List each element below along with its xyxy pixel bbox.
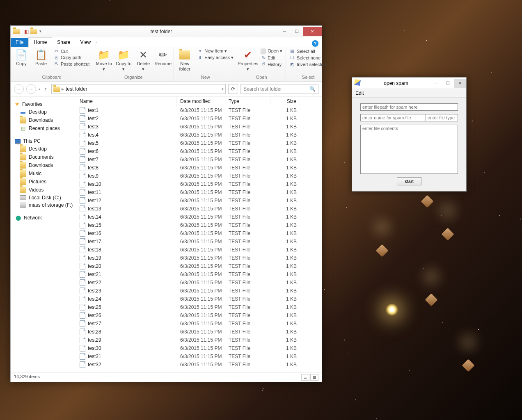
file-row[interactable]: test16/3/2015 11:15 PMTEST File1 KB: [76, 106, 322, 114]
nav-desktop2[interactable]: Desktop: [11, 145, 76, 153]
tab-share[interactable]: Share: [52, 38, 75, 47]
app-titlebar[interactable]: open spam ─ ☐ ✕: [352, 78, 466, 89]
file-row[interactable]: test176/3/2015 11:15 PMTEST File1 KB: [76, 237, 322, 246]
view-icons-button[interactable]: ▦: [310, 374, 318, 381]
address-dropdown-icon[interactable]: ▾: [222, 87, 224, 91]
nav-favorites[interactable]: ★Favorites: [11, 100, 76, 108]
filepath-input[interactable]: [360, 103, 458, 111]
file-row[interactable]: test226/3/2015 11:15 PMTEST File1 KB: [76, 278, 322, 287]
copy-path-button[interactable]: ⎘Copy path: [52, 55, 91, 60]
nav-desktop[interactable]: ▬Desktop: [11, 108, 76, 116]
copy-button[interactable]: 📄Copy: [12, 48, 30, 67]
copy-to-button[interactable]: 📁Copy to ▾: [114, 48, 133, 73]
file-row[interactable]: test186/3/2015 11:15 PMTEST File1 KB: [76, 246, 322, 254]
help-icon[interactable]: ?: [312, 40, 318, 47]
delete-button[interactable]: ✕Delete ▾: [134, 48, 152, 73]
start-button[interactable]: start: [397, 177, 421, 185]
select-all-button[interactable]: ▦Select all: [288, 48, 329, 54]
nav-music[interactable]: Music: [11, 169, 76, 178]
file-row[interactable]: test116/3/2015 11:15 PMTEST File1 KB: [76, 188, 322, 196]
select-none-button[interactable]: ☐Select none: [288, 55, 329, 61]
history-button[interactable]: ↺History: [259, 61, 284, 67]
filename-input[interactable]: [360, 114, 426, 121]
search-icon[interactable]: 🔍: [309, 86, 316, 92]
up-button[interactable]: ↑: [43, 86, 49, 92]
nav-this-pc[interactable]: This PC: [11, 137, 76, 145]
easy-access-button[interactable]: ⬇Easy access ▾: [195, 55, 235, 61]
file-row[interactable]: test196/3/2015 11:15 PMTEST File1 KB: [76, 254, 322, 262]
file-row[interactable]: test276/3/2015 11:15 PMTEST File1 KB: [76, 320, 322, 328]
file-row[interactable]: test126/3/2015 11:15 PMTEST File1 KB: [76, 196, 322, 205]
file-row[interactable]: test156/3/2015 11:15 PMTEST File1 KB: [76, 221, 322, 229]
tab-home[interactable]: Home: [28, 37, 52, 47]
file-row[interactable]: test66/3/2015 11:15 PMTEST File1 KB: [76, 147, 322, 155]
nav-downloads2[interactable]: Downloads: [11, 161, 76, 169]
file-row[interactable]: test46/3/2015 11:15 PMTEST File1 KB: [76, 131, 322, 139]
qat-newfolder-icon[interactable]: [30, 29, 37, 34]
col-name[interactable]: Name: [76, 97, 177, 106]
view-details-button[interactable]: ☰: [301, 374, 309, 381]
file-row[interactable]: test166/3/2015 11:15 PMTEST File1 KB: [76, 229, 322, 237]
file-row[interactable]: test286/3/2015 11:15 PMTEST File1 KB: [76, 328, 322, 336]
file-row[interactable]: test86/3/2015 11:15 PMTEST File1 KB: [76, 164, 322, 172]
nav-videos[interactable]: Videos: [11, 186, 76, 194]
back-button[interactable]: ←: [14, 84, 24, 94]
file-row[interactable]: test206/3/2015 11:15 PMTEST File1 KB: [76, 262, 322, 270]
nav-network[interactable]: ⬤Network: [11, 214, 76, 222]
col-type[interactable]: Type: [225, 97, 270, 106]
nav-recent[interactable]: ▤Recent places: [11, 124, 76, 132]
file-row[interactable]: test36/3/2015 11:15 PMTEST File1 KB: [76, 123, 322, 131]
properties-button[interactable]: ✔Properties ▾: [239, 48, 257, 73]
edit-button[interactable]: ✎Edit: [259, 55, 284, 61]
file-row[interactable]: test296/3/2015 11:15 PMTEST File1 KB: [76, 336, 322, 344]
file-row[interactable]: test26/3/2015 11:15 PMTEST File1 KB: [76, 114, 322, 123]
tab-file[interactable]: File: [11, 38, 28, 47]
app-maximize-button[interactable]: ☐: [442, 79, 454, 88]
refresh-button[interactable]: ⟳: [228, 84, 238, 94]
cut-button[interactable]: ✂Cut: [52, 48, 91, 54]
nav-pictures[interactable]: Pictures: [11, 178, 76, 186]
filetype-input[interactable]: [426, 114, 458, 121]
search-box[interactable]: 🔍: [240, 84, 318, 94]
nav-documents[interactable]: Documents: [11, 153, 76, 161]
collapse-ribbon-icon[interactable]: ˆ: [96, 42, 97, 47]
invert-selection-button[interactable]: ◩Invert selection: [288, 61, 329, 67]
col-size[interactable]: Size: [270, 97, 300, 106]
file-row[interactable]: test266/3/2015 11:15 PMTEST File1 KB: [76, 311, 322, 320]
breadcrumb[interactable]: test folder: [66, 86, 87, 92]
close-button[interactable]: ✕: [303, 27, 322, 36]
file-row[interactable]: test106/3/2015 11:15 PMTEST File1 KB: [76, 180, 322, 188]
file-row[interactable]: test76/3/2015 11:15 PMTEST File1 KB: [76, 155, 322, 164]
file-row[interactable]: test96/3/2015 11:15 PMTEST File1 KB: [76, 172, 322, 180]
nav-mass-storage[interactable]: mass of storage (F:): [11, 201, 76, 209]
paste-shortcut-button[interactable]: ⇱Paste shortcut: [52, 61, 91, 67]
file-row[interactable]: test216/3/2015 11:15 PMTEST File1 KB: [76, 270, 322, 278]
app-close-button[interactable]: ✕: [454, 79, 466, 88]
search-input[interactable]: [243, 86, 309, 92]
titlebar[interactable]: | ◧ ▼ test folder ─ ☐ ✕: [11, 26, 322, 37]
file-row[interactable]: test246/3/2015 11:15 PMTEST File1 KB: [76, 295, 322, 303]
nav-local-disk[interactable]: Local Disk (C:): [11, 194, 76, 201]
nav-downloads[interactable]: Downloads: [11, 116, 76, 124]
rename-button[interactable]: ✏Rename: [154, 48, 172, 67]
move-to-button[interactable]: 📁Move to ▾: [95, 48, 113, 73]
col-date[interactable]: Date modified: [177, 97, 225, 106]
tab-view[interactable]: View: [75, 38, 96, 47]
minimize-button[interactable]: ─: [278, 27, 291, 36]
paste-button[interactable]: 📋Paste: [32, 48, 50, 67]
maximize-button[interactable]: ☐: [291, 27, 303, 36]
file-row[interactable]: test306/3/2015 11:15 PMTEST File1 KB: [76, 344, 322, 352]
file-row[interactable]: test326/3/2015 11:15 PMTEST File1 KB: [76, 361, 322, 369]
app-minimize-button[interactable]: ─: [429, 79, 442, 88]
file-row[interactable]: test146/3/2015 11:15 PMTEST File1 KB: [76, 213, 322, 221]
address-input[interactable]: ▸ test folder ▾: [51, 84, 226, 94]
forward-button[interactable]: →: [26, 84, 36, 94]
qat-dropdown-icon[interactable]: ▼: [39, 30, 42, 33]
file-row[interactable]: test316/3/2015 11:15 PMTEST File1 KB: [76, 352, 322, 361]
recent-dropdown-icon[interactable]: ▾: [39, 87, 40, 91]
file-row[interactable]: test236/3/2015 11:15 PMTEST File1 KB: [76, 287, 322, 295]
open-button[interactable]: ⬜Open ▾: [259, 48, 284, 54]
new-item-button[interactable]: ✦New item ▾: [195, 48, 235, 54]
contents-textarea[interactable]: [360, 125, 458, 174]
new-folder-button[interactable]: New folder: [176, 48, 194, 73]
